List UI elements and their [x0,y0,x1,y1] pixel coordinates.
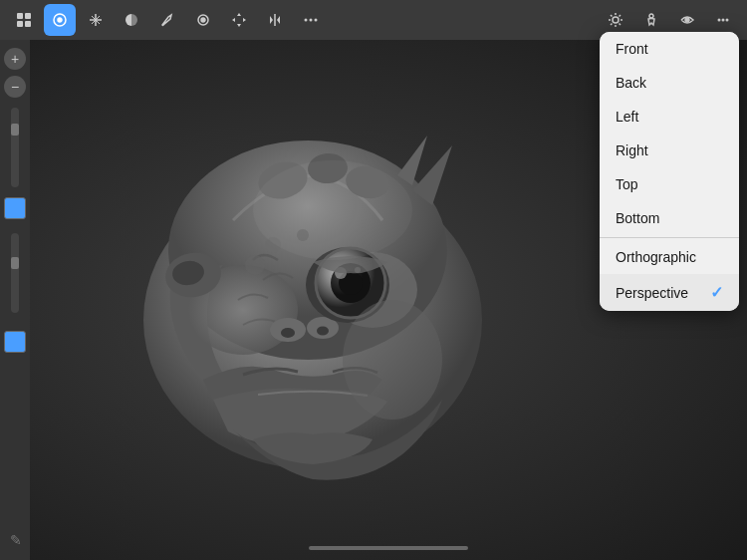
brush-tool-button[interactable] [151,4,183,36]
brush-size-slider[interactable] [11,108,19,187]
grid-tool-button[interactable] [8,4,40,36]
scroll-indicator [309,546,468,550]
svg-line-22 [620,24,622,26]
svg-marker-8 [237,13,241,16]
svg-marker-10 [232,18,235,22]
dropdown-item-bottom[interactable]: Bottom [600,201,739,235]
dropdown-divider [600,237,739,238]
svg-point-26 [685,18,689,22]
camera-dropdown-menu: Front Back Left Right Top Bottom Orthogr… [600,32,739,311]
svg-marker-11 [243,18,246,22]
svg-point-5 [58,18,62,22]
svg-point-54 [253,160,412,260]
svg-line-21 [611,15,613,17]
dropdown-item-perspective[interactable]: Perspective ✓ [600,274,739,311]
svg-line-24 [611,24,613,26]
svg-point-51 [245,255,265,275]
stamp-tool-button[interactable] [187,4,219,36]
svg-point-14 [310,19,313,22]
opacity-slider[interactable] [11,233,19,313]
more-tools-button[interactable] [295,4,327,36]
svg-point-40 [317,327,329,336]
remove-button[interactable]: − [4,76,26,98]
svg-point-39 [281,328,295,338]
color-swatch-primary[interactable] [4,197,26,219]
color-swatch-secondary[interactable] [4,331,26,353]
dropdown-item-front[interactable]: Front [600,32,739,66]
toolbar-tools-left [8,4,327,36]
svg-point-29 [726,19,729,22]
svg-rect-0 [17,13,23,19]
svg-point-27 [718,19,721,22]
svg-point-48 [343,300,442,420]
dropdown-item-orthographic[interactable]: Orthographic [600,240,739,274]
svg-line-23 [620,15,622,17]
svg-rect-3 [25,21,31,27]
svg-marker-9 [237,24,241,27]
edit-icon[interactable]: ✎ [10,532,22,548]
move-tool-button[interactable] [223,4,255,36]
3d-creature [114,91,592,509]
svg-point-16 [613,17,619,23]
svg-rect-2 [17,21,23,27]
grab-tool-button[interactable] [80,4,112,36]
dropdown-item-top[interactable]: Top [600,167,739,201]
add-button[interactable]: + [4,48,26,70]
svg-point-7 [201,18,205,22]
dropdown-item-right[interactable]: Right [600,134,739,167]
smooth-tool-button[interactable] [116,4,147,36]
svg-point-15 [315,19,318,22]
svg-point-25 [649,14,653,18]
select-tool-button[interactable] [44,4,76,36]
left-sidebar: + − [0,40,30,560]
dropdown-item-left[interactable]: Left [600,100,739,134]
svg-point-13 [305,19,308,22]
dropdown-item-back[interactable]: Back [600,66,739,100]
mirror-tool-button[interactable] [259,4,291,36]
perspective-checkmark: ✓ [710,283,723,302]
svg-rect-1 [25,13,31,19]
svg-point-28 [722,19,725,22]
